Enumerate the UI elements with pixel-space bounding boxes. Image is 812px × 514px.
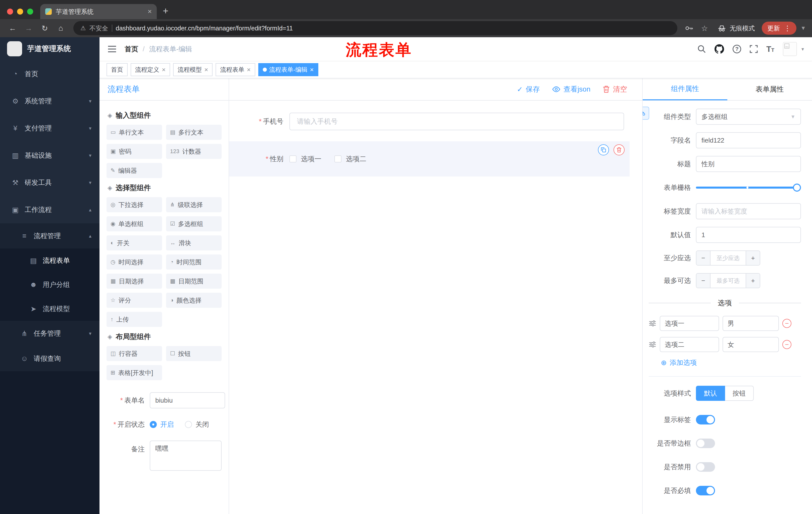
chevron-down-icon[interactable]: ▼ xyxy=(801,25,806,31)
checkbox[interactable] xyxy=(335,155,342,162)
bookmark-star-icon[interactable]: ☆ xyxy=(698,22,710,34)
window-zoom-button[interactable] xyxy=(27,8,33,15)
new-tab-button[interactable]: + xyxy=(163,6,168,16)
breadcrumb-home[interactable]: 首页 xyxy=(125,45,138,54)
update-button[interactable]: 更新 ⋮ xyxy=(762,22,796,35)
gender-checkbox-option-2[interactable]: 选项二 xyxy=(335,154,366,163)
style-button-button[interactable]: 按钮 xyxy=(725,386,754,401)
link-icon[interactable] xyxy=(642,107,649,120)
help-icon[interactable]: ? xyxy=(733,45,741,53)
view-json-button[interactable]: 查看json xyxy=(552,84,590,94)
palette-item-radio-group[interactable]: ◉单选框组 xyxy=(107,216,162,231)
palette-item-editor[interactable]: ✎编辑器 xyxy=(107,163,162,178)
palette-item-row-container[interactable]: ◫行容器 xyxy=(107,346,162,361)
tag-process-model[interactable]: 流程模型 × xyxy=(173,63,212,76)
minus-button[interactable]: − xyxy=(696,251,710,265)
tab-component-properties[interactable]: 组件属性 xyxy=(643,78,727,100)
home-button[interactable]: ⌂ xyxy=(54,22,67,35)
title-input[interactable] xyxy=(696,156,801,172)
font-size-icon[interactable]: TT xyxy=(766,45,774,53)
sidebar-item-process-management[interactable]: ≡ 流程管理 ▴ xyxy=(0,223,99,248)
palette-item-counter[interactable]: 123计数器 xyxy=(166,144,222,159)
status-radio-open[interactable]: 开启 xyxy=(150,420,174,429)
sidebar-item-home[interactable]: ◔ 首页 xyxy=(0,60,99,87)
palette-item-date-range[interactable]: ▩日期范围 xyxy=(166,274,222,289)
browser-tab[interactable]: 芋道管理系统 × xyxy=(40,4,157,19)
disabled-switch[interactable] xyxy=(696,462,715,472)
remove-option-button[interactable]: − xyxy=(782,319,791,328)
palette-item-color-picker[interactable]: ◑颜色选择 xyxy=(166,293,222,308)
checkbox[interactable] xyxy=(289,155,296,162)
selected-component-gender[interactable]: *性别 选项一 选项二 xyxy=(229,141,630,177)
minus-button[interactable]: − xyxy=(696,274,710,288)
close-icon[interactable]: × xyxy=(247,66,251,73)
show-label-switch[interactable] xyxy=(696,415,715,425)
sidebar-item-process-model[interactable]: ➤ 流程模型 xyxy=(0,297,99,321)
option-value-input[interactable] xyxy=(723,337,779,352)
github-icon[interactable] xyxy=(715,44,724,54)
address-bar[interactable]: ⚠ 不安全 dashboard.yudao.iocoder.cn/bpm/man… xyxy=(74,21,677,35)
remove-option-button[interactable]: − xyxy=(782,340,791,349)
sidebar-item-devtools[interactable]: ⚒ 研发工具 ▾ xyxy=(0,169,99,196)
status-radio-closed[interactable]: 关闭 xyxy=(185,420,209,429)
palette-item-button[interactable]: ☐按钮 xyxy=(166,346,222,361)
form-name-input[interactable] xyxy=(150,392,225,408)
close-icon[interactable]: × xyxy=(162,66,166,73)
option-value-input[interactable] xyxy=(723,316,779,331)
tab-form-properties[interactable]: 表单属性 xyxy=(727,79,812,100)
palette-item-select[interactable]: ◎下拉选择 xyxy=(107,197,162,212)
palette-item-time-range[interactable]: ◔时间范围 xyxy=(166,254,222,270)
add-option-button[interactable]: ⊕ 添加选项 xyxy=(661,358,801,367)
field-name-input[interactable] xyxy=(696,132,801,148)
drag-handle-icon[interactable] xyxy=(649,341,656,348)
palette-item-table[interactable]: ⊞表格[开发中] xyxy=(107,365,162,380)
sidebar-item-payment[interactable]: ¥ 支付管理 ▾ xyxy=(0,115,99,142)
sidebar-item-process-form[interactable]: ▤ 流程表单 xyxy=(0,248,99,273)
slider-handle[interactable] xyxy=(793,184,801,192)
palette-item-switch[interactable]: ◐开关 xyxy=(107,235,162,250)
palette-item-time-picker[interactable]: ◷时间选择 xyxy=(107,254,162,270)
with-border-switch[interactable] xyxy=(696,438,715,448)
palette-item-date-picker[interactable]: ▦日期选择 xyxy=(107,274,162,289)
phone-input[interactable] xyxy=(289,113,624,130)
sidebar-item-system[interactable]: ⚙ 系统管理 ▾ xyxy=(0,87,99,115)
avatar[interactable] xyxy=(783,42,797,56)
search-icon[interactable] xyxy=(697,45,706,53)
sidebar-item-user-group[interactable]: ☻ 用户分组 xyxy=(0,273,99,297)
close-icon[interactable]: × xyxy=(310,66,314,73)
palette-item-slider[interactable]: ↔滑块 xyxy=(166,235,222,250)
fullscreen-icon[interactable] xyxy=(750,45,758,53)
palette-item-checkbox-group[interactable]: ☑多选框组 xyxy=(166,216,222,231)
hamburger-icon[interactable] xyxy=(108,46,117,53)
palette-item-cascader[interactable]: ⋔级联选择 xyxy=(166,197,222,212)
sidebar-item-leave-query[interactable]: ☺ 请假查询 xyxy=(0,346,99,371)
option-label-input[interactable] xyxy=(660,337,719,352)
stepper-placeholder[interactable]: 最多可选 xyxy=(710,274,746,288)
min-select-stepper[interactable]: − 至少应选 + xyxy=(696,250,760,266)
browser-menu-icon[interactable]: ⋮ xyxy=(784,24,791,32)
label-width-input[interactable] xyxy=(696,203,801,219)
max-select-stepper[interactable]: − 最多可选 + xyxy=(696,273,760,288)
palette-item-multi-text[interactable]: ▤多行文本 xyxy=(166,125,222,140)
tab-close-icon[interactable]: × xyxy=(148,8,152,15)
logo[interactable]: 芋道管理系统 xyxy=(0,37,99,60)
forward-button[interactable]: → xyxy=(22,22,35,35)
tag-home[interactable]: 首页 xyxy=(107,63,127,76)
back-button[interactable]: ← xyxy=(6,22,19,35)
sidebar-item-task-management[interactable]: ⋔ 任务管理 ▾ xyxy=(0,321,99,346)
default-value-input[interactable] xyxy=(696,227,801,243)
window-close-button[interactable] xyxy=(7,8,13,15)
required-switch[interactable] xyxy=(696,486,715,495)
gender-checkbox-option-1[interactable]: 选项一 xyxy=(289,154,321,163)
palette-item-upload[interactable]: ↑上传 xyxy=(107,312,162,327)
tag-process-form-edit[interactable]: 流程表单-编辑 × xyxy=(258,63,318,76)
save-button[interactable]: ✓ 保存 xyxy=(517,84,540,94)
palette-item-rate[interactable]: ☆评分 xyxy=(107,293,162,308)
plus-button[interactable]: + xyxy=(746,274,760,288)
delete-component-button[interactable] xyxy=(613,144,625,155)
caret-down-icon[interactable]: ▾ xyxy=(802,46,804,52)
palette-item-single-text[interactable]: ▭单行文本 xyxy=(107,125,162,140)
sidebar-item-infrastructure[interactable]: ▥ 基础设施 ▾ xyxy=(0,142,99,169)
remark-textarea[interactable]: 嘿嘿 xyxy=(150,440,222,471)
copy-component-button[interactable] xyxy=(598,144,609,155)
